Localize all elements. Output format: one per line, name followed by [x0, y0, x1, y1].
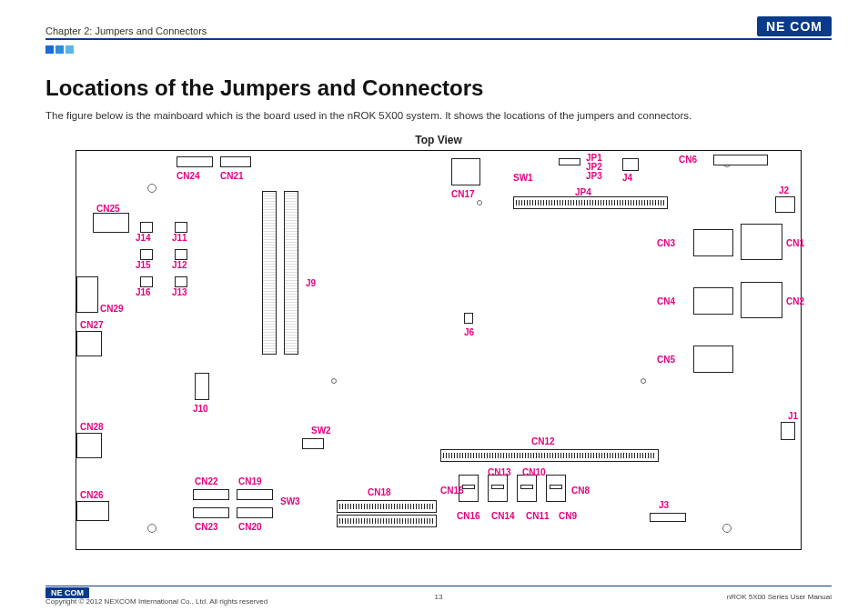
label-cn10: CN10 — [522, 467, 546, 477]
footer-page-number: 13 — [435, 593, 443, 601]
label-cn12: CN12 — [531, 436, 555, 446]
label-cn11: CN11 — [526, 511, 550, 521]
page-footer: NE COM Copyright © 2012 NEXCOM Internati… — [45, 586, 832, 606]
label-cn2: CN2 — [786, 296, 804, 306]
mainboard-diagram: CN24 CN21 CN25 J14 J11 J15 J12 J16 J13 C… — [76, 150, 802, 550]
label-cn25: CN25 — [96, 204, 120, 214]
label-cn18: CN18 — [368, 487, 391, 497]
label-cn1: CN1 — [786, 238, 804, 248]
label-j12: J12 — [172, 260, 187, 270]
label-j11: J11 — [172, 233, 187, 243]
label-cn21: CN21 — [220, 171, 244, 181]
label-cn17: CN17 — [451, 189, 475, 199]
footer-doc-title: nROK 5X00 Series User Manual — [727, 593, 832, 601]
brand-logo: NE COM — [757, 16, 832, 36]
label-cn20: CN20 — [238, 522, 262, 532]
label-j2: J2 — [779, 185, 789, 195]
label-j9: J9 — [306, 278, 316, 288]
label-cn8: CN8 — [571, 486, 590, 496]
page-title: Locations of the Jumpers and Connectors — [45, 75, 832, 101]
label-cn3: CN3 — [657, 238, 675, 248]
label-cn5: CN5 — [657, 355, 675, 365]
header-bar: Chapter 2: Jumpers and Connectors NE COM — [45, 16, 832, 40]
label-cn26: CN26 — [80, 490, 104, 500]
label-cn23: CN23 — [195, 522, 218, 532]
label-cn15: CN15 — [440, 486, 464, 496]
dimm-slot-1 — [262, 191, 277, 355]
label-sw3: SW3 — [280, 496, 300, 506]
label-j14: J14 — [136, 233, 151, 243]
label-cn22: CN22 — [195, 476, 218, 486]
label-cn9: CN9 — [559, 511, 577, 521]
label-j10: J10 — [193, 404, 208, 414]
label-j4: J4 — [622, 173, 632, 183]
label-cn6: CN6 — [679, 155, 697, 165]
connector-cn24 — [177, 156, 213, 167]
label-sw2: SW2 — [311, 426, 331, 436]
connector-cn25 — [93, 213, 129, 233]
label-jp4: JP4 — [575, 187, 591, 197]
label-cn28: CN28 — [80, 422, 104, 432]
label-j6: J6 — [464, 327, 474, 337]
footer-copyright: Copyright © 2012 NEXCOM International Co… — [45, 597, 267, 606]
label-cn27: CN27 — [80, 320, 104, 330]
label-cn19: CN19 — [238, 476, 262, 486]
label-j16: J16 — [136, 287, 151, 297]
decoration-squares — [45, 45, 832, 55]
label-cn13: CN13 — [488, 467, 511, 477]
diagram-caption: Top View — [45, 134, 832, 146]
label-cn29: CN29 — [100, 304, 124, 314]
connector-cn21 — [220, 156, 251, 167]
label-j3: J3 — [659, 500, 669, 510]
dimm-slot-2 — [284, 191, 298, 355]
chapter-title: Chapter 2: Jumpers and Connectors — [45, 25, 207, 36]
label-sw1: SW1 — [513, 173, 533, 183]
label-j15: J15 — [136, 260, 151, 270]
label-cn14: CN14 — [491, 511, 515, 521]
label-cn4: CN4 — [657, 296, 675, 306]
label-jp3: JP3 — [586, 171, 602, 181]
intro-text: The figure below is the mainboard which … — [45, 110, 832, 121]
label-j1: J1 — [788, 411, 798, 421]
label-j13: J13 — [172, 287, 187, 297]
label-cn24: CN24 — [177, 171, 200, 181]
label-cn16: CN16 — [457, 511, 480, 521]
